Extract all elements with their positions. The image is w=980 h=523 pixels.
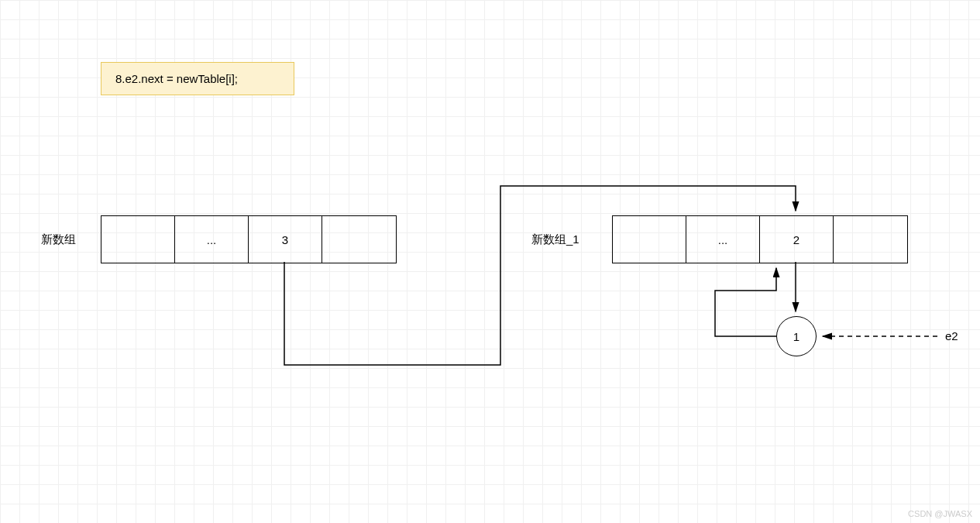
left-array-cell-1: ... xyxy=(175,216,249,263)
node-1: 1 xyxy=(776,316,817,356)
code-note: 8.e2.next = newTable[i]; xyxy=(101,62,294,95)
pointer-e2-label: e2 xyxy=(945,329,958,342)
right-array: ... 2 xyxy=(612,215,908,263)
right-array-cell-0 xyxy=(613,216,686,263)
left-array-cell-2: 3 xyxy=(249,216,322,263)
left-array-cell-3 xyxy=(322,216,396,263)
right-array-cell-2: 2 xyxy=(760,216,834,263)
watermark: CSDN @JWASX xyxy=(908,509,972,518)
right-array-cell-1: ... xyxy=(686,216,760,263)
left-array-cell-0 xyxy=(101,216,175,263)
right-array-label: 新数组_1 xyxy=(531,232,579,247)
left-array-label: 新数组 xyxy=(41,232,76,247)
left-array: ... 3 xyxy=(101,215,397,263)
right-array-cell-3 xyxy=(834,216,907,263)
code-note-text: 8.e2.next = newTable[i]; xyxy=(115,72,238,85)
